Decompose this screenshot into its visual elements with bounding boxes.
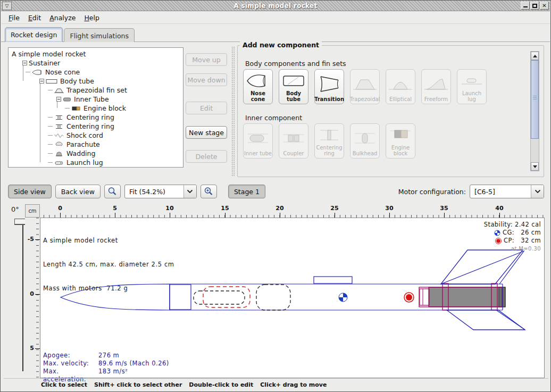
rocket-canvas[interactable]: A simple model rocket Length 42.5 cm, ma… bbox=[40, 218, 545, 378]
add-nose-cone-button[interactable]: Nose cone bbox=[243, 69, 273, 104]
fin-outline-bottom[interactable] bbox=[447, 310, 525, 330]
side-view-toggle[interactable]: Side view bbox=[8, 185, 52, 198]
add-body-tube-button[interactable]: Body tube bbox=[279, 69, 308, 104]
menu-bar: File Edit Analyze Help bbox=[1, 12, 550, 24]
close-button[interactable]: ✕ bbox=[540, 2, 549, 10]
freeform-fin-icon bbox=[424, 75, 448, 93]
chevron-down-icon bbox=[535, 189, 541, 194]
add-centering-ring-button[interactable]: Centering ring bbox=[314, 123, 344, 159]
cp-marker bbox=[404, 293, 414, 302]
parachute-icon bbox=[54, 141, 64, 148]
add-launch-lug-button[interactable]: Launch lug bbox=[457, 69, 487, 104]
title-bar[interactable]: ▽ A simple model rocket ✕ bbox=[1, 1, 550, 11]
tree-item-centering-ring-1[interactable]: Centering ring bbox=[11, 113, 183, 122]
tree-guide-line bbox=[57, 102, 57, 108]
split-pane-divider[interactable] bbox=[231, 46, 235, 176]
dropdown-button[interactable] bbox=[531, 185, 544, 198]
rocket-info: A simple model rocket Length 42.5 cm, ma… bbox=[43, 221, 174, 308]
tab-flight-simulations[interactable]: Flight simulations bbox=[64, 28, 135, 42]
collapse-icon[interactable] bbox=[39, 79, 44, 84]
add-elliptical-fin-button[interactable]: Elliptical bbox=[386, 69, 415, 104]
motor-configuration-select[interactable]: [C6-5] bbox=[470, 185, 544, 198]
dropdown-button[interactable] bbox=[183, 185, 196, 198]
tree-item-engine-block[interactable]: Engine block bbox=[11, 104, 183, 113]
tree-item-sustainer[interactable]: Sustainer bbox=[11, 59, 183, 68]
zoom-select[interactable]: Fit (54.2%) bbox=[124, 185, 197, 198]
tree-item-centering-ring-2[interactable]: Centering ring bbox=[11, 122, 183, 131]
body-component-buttons: Nose cone Body tube Transition Trapezoid… bbox=[243, 69, 487, 104]
tree-item-rocket[interactable]: A simple model rocket bbox=[11, 49, 183, 59]
tree-item-launch-lug[interactable]: Launch lug bbox=[11, 158, 183, 167]
motor-configuration-value: [C6-5] bbox=[470, 185, 531, 198]
menu-help[interactable]: Help bbox=[80, 12, 104, 23]
tree-item-parachute[interactable]: Parachute bbox=[11, 140, 183, 149]
zoom-in-button[interactable] bbox=[201, 185, 217, 198]
nose-cone-icon bbox=[32, 69, 43, 76]
tree-item-shock-cord[interactable]: Shock cord bbox=[11, 131, 183, 140]
add-inner-tube-button[interactable]: Inner tube bbox=[243, 123, 273, 159]
new-stage-button[interactable]: New stage bbox=[186, 126, 227, 139]
inner-tube-icon bbox=[63, 96, 71, 103]
shock-cord-outline[interactable] bbox=[194, 291, 245, 304]
tree-item-nose-cone[interactable]: Nose cone bbox=[11, 68, 183, 77]
add-engine-block-button[interactable]: Engine block bbox=[386, 123, 415, 159]
scroll-up-button[interactable] bbox=[531, 52, 539, 60]
tree-item-wadding[interactable]: Wadding bbox=[11, 149, 183, 158]
add-trapezoidal-fin-button[interactable]: Trapezoidal bbox=[350, 69, 380, 104]
window-title: A simple model rocket bbox=[1, 2, 550, 10]
magnifier-plus-icon bbox=[204, 187, 213, 196]
cg-label: CG: bbox=[503, 229, 514, 237]
launch-lug-icon bbox=[54, 160, 64, 166]
shock-cord-icon bbox=[54, 132, 64, 139]
launch-lug-outline[interactable] bbox=[314, 277, 352, 283]
view-toolbar: Side view Back view Fit (54.2%) Stage 1 … bbox=[4, 180, 548, 203]
component-tree[interactable]: A simple model rocket Sustainer Nose con… bbox=[8, 47, 183, 168]
tree-item-trapezoidal-fin-set[interactable]: Trapezoidal fin set bbox=[11, 86, 183, 95]
tree-guide-line bbox=[40, 84, 40, 162]
component-panel-scrollbar[interactable] bbox=[530, 51, 539, 171]
collapse-icon[interactable] bbox=[56, 97, 61, 102]
tree-item-body-tube[interactable]: Body tube bbox=[11, 77, 183, 86]
vertical-ruler: -5 0 5 bbox=[25, 218, 40, 378]
engine-block-outline[interactable] bbox=[420, 289, 429, 305]
add-freeform-fin-button[interactable]: Freeform bbox=[421, 69, 451, 104]
back-view-toggle[interactable]: Back view bbox=[55, 185, 101, 198]
body-components-label: Body components and fin sets bbox=[245, 60, 346, 68]
move-up-button[interactable]: Move up bbox=[186, 53, 227, 66]
cp-icon bbox=[495, 238, 502, 244]
stage-1-toggle[interactable]: Stage 1 bbox=[228, 185, 265, 198]
menu-edit[interactable]: Edit bbox=[24, 12, 45, 23]
chevron-down-icon bbox=[187, 189, 193, 194]
move-down-button[interactable]: Move down bbox=[186, 73, 227, 86]
add-bulkhead-button[interactable]: Bulkhead bbox=[350, 123, 380, 159]
wadding-outline[interactable] bbox=[256, 285, 290, 310]
menu-file[interactable]: File bbox=[4, 12, 24, 23]
stability-info: Stability: 2.42 cal CG: 26 cm CP: 32 cm … bbox=[484, 221, 541, 253]
cp-label: CP: bbox=[504, 237, 514, 245]
application-window: ▽ A simple model rocket ✕ File Edit Anal… bbox=[0, 0, 551, 392]
scroll-down-button[interactable] bbox=[531, 162, 539, 171]
add-transition-button[interactable]: Transition bbox=[314, 69, 344, 104]
scrollbar-thumb[interactable] bbox=[531, 60, 539, 139]
tree-item-inner-tube[interactable]: Inner Tube bbox=[11, 95, 183, 104]
delete-button[interactable]: Delete bbox=[186, 150, 227, 163]
motor-configuration-label: Motor configuration: bbox=[398, 188, 466, 196]
hint-double-click: Double-click to edit bbox=[189, 381, 253, 388]
minimize-button[interactable] bbox=[521, 2, 530, 10]
collapse-icon[interactable] bbox=[22, 61, 27, 65]
motor[interactable] bbox=[429, 287, 505, 307]
hint-shift-click: Shift+ click to select other bbox=[94, 381, 182, 388]
centering-ring-icon bbox=[54, 114, 64, 121]
menu-analyze[interactable]: Analyze bbox=[45, 12, 80, 23]
rotation-angle-label: 0° bbox=[11, 205, 19, 213]
add-coupler-button[interactable]: Coupler bbox=[279, 123, 308, 159]
maximize-button[interactable] bbox=[530, 2, 539, 10]
add-component-group: Add new component Body components and fi… bbox=[237, 45, 544, 177]
design-panel: A simple model rocket Sustainer Nose con… bbox=[4, 42, 548, 180]
tab-rocket-design[interactable]: Rocket design bbox=[5, 27, 63, 42]
edit-button[interactable]: Edit bbox=[186, 102, 227, 114]
zoom-out-button[interactable] bbox=[104, 185, 121, 198]
elliptical-fin-icon bbox=[388, 75, 413, 93]
rotation-slider-track[interactable] bbox=[22, 221, 23, 371]
centering-ring-icon bbox=[54, 123, 64, 130]
